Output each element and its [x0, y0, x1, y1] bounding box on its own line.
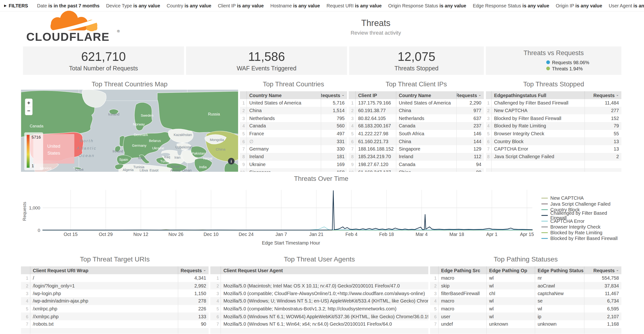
filter-item[interactable]: Request URI is any value	[326, 3, 382, 8]
table-row: 2skipwlaoCrawl37,834	[430, 282, 621, 290]
chart-legend-item[interactable]: Java Script Challenge Failed	[541, 201, 621, 207]
table-row: 468.183.200.167Canada237	[349, 122, 484, 130]
filter-item[interactable]: Origin IP is any value	[556, 3, 602, 8]
filter-field: Client IP	[218, 3, 237, 8]
expand-arrow-icon: ▶	[4, 4, 7, 8]
requests-cell: 1,168	[584, 320, 621, 328]
top-threat-client-ips-panel: Top Threat Client IPs Client IP Country …	[349, 78, 484, 172]
row-number: 4	[240, 122, 247, 130]
data-cell	[492, 161, 585, 168]
table-row: 6//xmlrpc.php133	[21, 312, 209, 320]
data-cell: Blocked by Rate Limiting	[492, 122, 585, 130]
column-header-requests[interactable]: Requests⌄	[585, 91, 621, 99]
data-cell: United States of America	[247, 99, 321, 107]
column-header[interactable]: Edge Pathing Status	[535, 266, 584, 274]
requests-cell: 4,341	[178, 274, 209, 282]
row-number: 2	[210, 282, 221, 290]
data-cell: ∅	[247, 137, 321, 145]
requests-cell: 133	[178, 312, 209, 320]
data-cell: undef	[438, 320, 487, 328]
column-header[interactable]: Edge Pathing Src	[438, 266, 487, 274]
data-cell: 188.166.188.152	[356, 145, 396, 153]
filter-item[interactable]: Origin Response Status is any value	[388, 3, 466, 8]
chart-legend: New CAPTCHAJava Script Challenge FailedC…	[541, 195, 621, 241]
row-number: 5	[430, 305, 438, 312]
filter-item[interactable]: Client IP is any value	[218, 3, 264, 8]
panel-title: Top Threats Stopped	[486, 78, 622, 91]
filter-item[interactable]: Edge Response Status is any value	[473, 3, 550, 8]
filter-item[interactable]: User Agent is any value	[609, 3, 644, 8]
map-country-label: Spain	[119, 158, 128, 162]
chart-legend-item[interactable]: Blocked by Rate Limiting	[541, 230, 621, 235]
map-country-label: Uzbekistan	[176, 145, 192, 149]
filter-bar: ▶ FILTERS Date is in the past 7 monthsDe…	[0, 0, 644, 12]
requests-cell: 5,716	[321, 99, 347, 107]
table-row: 7CAPTCHA Error13	[486, 145, 622, 153]
row-number	[486, 168, 492, 172]
table-header: Country Name Requests⌄	[240, 91, 347, 99]
x-tick-label: Mar 4	[416, 232, 428, 237]
row-number: 9	[349, 161, 356, 168]
data-cell: ip	[535, 312, 584, 320]
data-cell: Mozilla/5.0 (compatible; CloudFlare-Alwa…	[221, 290, 428, 297]
column-header[interactable]: Client Request User Agent	[221, 266, 428, 274]
requests-cell	[178, 328, 209, 334]
filter-value: is any value	[575, 3, 602, 8]
row-number: 8	[486, 153, 492, 161]
row-number: 3	[240, 115, 247, 122]
table-row: 2/login/?login_only=12,992	[21, 282, 209, 290]
requests-cell	[584, 328, 621, 334]
chart-legend-item[interactable]: Challenged by Filter Based Firewall	[541, 213, 621, 218]
table-row: 7undefunknownunknown1,168	[430, 320, 621, 328]
row-number: 4	[486, 122, 492, 130]
data-cell: aoCrawl	[535, 282, 584, 290]
map-zoom-control[interactable]: + −	[25, 99, 32, 115]
x-axis-label: Edge Start Timestamp Hour	[21, 240, 561, 245]
map-country-label: Arabia	[170, 168, 181, 172]
page-head: Threats Review threat activity	[263, 18, 489, 36]
table-row: 1Challenged by Filter Based Firewall11,4…	[486, 99, 622, 107]
column-header[interactable]: Country Name	[247, 91, 321, 99]
column-header[interactable]: Edgepathingstatus Full	[492, 91, 585, 99]
map-country-label: North	[80, 138, 94, 143]
table-row: 5France497	[240, 130, 347, 137]
filter-item[interactable]: Date is in the past 7 months	[37, 3, 100, 8]
chart-legend-item[interactable]: Blocked by Filter Based Firewall	[541, 235, 621, 241]
data-cell: Canada	[396, 161, 457, 168]
data-cell: macro	[438, 297, 487, 305]
map-country-label: Norway	[133, 122, 145, 126]
filters-toggle[interactable]: ▶ FILTERS	[4, 3, 28, 8]
row-number: 3	[486, 115, 492, 122]
chart-legend-item[interactable]: New CAPTCHA	[541, 195, 621, 201]
column-header[interactable]: Edge Pathing Op	[487, 266, 535, 274]
column-header-requests[interactable]: Requests⌄	[178, 266, 209, 274]
column-header[interactable]: Client IP	[356, 91, 396, 99]
filter-item[interactable]: Hostname is any value	[270, 3, 320, 8]
column-header[interactable]: Client Request URI Wrap	[30, 266, 178, 274]
legend-swatch-icon	[541, 209, 548, 210]
data-cell: filterBasedFirewall	[438, 290, 487, 297]
threats-vs-requests-legend: Requests 98.06%Threats 1.94%	[546, 59, 590, 72]
table-row: 3filterBasedFirewallchlcaptchaNew11,467	[430, 290, 621, 297]
filter-item[interactable]: Country is any value	[166, 3, 211, 8]
map-country-label: China	[216, 147, 226, 151]
table-row: 4Mozilla/5.0 (Windows; U; Windows NT 5.1…	[210, 297, 428, 305]
sort-chevron-icon: ⌄	[616, 93, 619, 97]
sort-chevron-icon: ⌄	[478, 93, 482, 97]
requests-cell: 6,734	[584, 297, 621, 305]
dashboard-root: ▶ FILTERS Date is in the past 7 monthsDe…	[0, 0, 644, 334]
map-country-label: Turkey	[160, 159, 171, 163]
map-info-icon[interactable]: i	[228, 158, 234, 165]
requests-cell: 497	[321, 130, 347, 137]
top-threat-target-uris-panel: Top Threat Target URIs Client Request UR…	[21, 250, 209, 334]
column-header-requests[interactable]: Requests⌄	[321, 91, 347, 99]
column-header-requests[interactable]: Requests⌄	[457, 91, 484, 99]
row-number: 6	[210, 312, 221, 320]
column-header-requests[interactable]: Requests⌄	[584, 266, 621, 274]
filter-value: is any value	[237, 3, 264, 8]
column-header[interactable]: Country Name	[396, 91, 457, 99]
chart-legend-item[interactable]: Browser Integrity Check	[541, 224, 621, 230]
x-tick-label: Jan 21	[309, 232, 324, 237]
data-cell: Mozilla/5.0 (Macintosh; Intel Mac OS X 1…	[221, 282, 428, 290]
filter-item[interactable]: Device Type is any value	[106, 3, 160, 8]
